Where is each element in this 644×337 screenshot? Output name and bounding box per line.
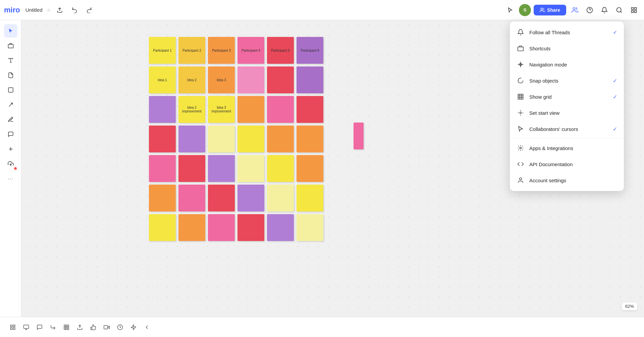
sticky-note[interactable] (267, 96, 294, 123)
collapse-tool[interactable] (141, 321, 153, 333)
menu-item-follow-threads[interactable]: Follow all Threads ✓ (510, 24, 624, 40)
sticky-note[interactable]: Participant 3 (208, 37, 235, 64)
sticky-note[interactable] (237, 66, 264, 93)
sticky-note[interactable] (267, 126, 294, 152)
menu-label-show-grid: Show grid (529, 94, 608, 100)
sticky-note[interactable] (208, 155, 235, 182)
sticky-note[interactable] (178, 126, 205, 152)
partial-sticky (354, 123, 364, 149)
sticky-note[interactable] (208, 214, 235, 241)
sticky-note[interactable] (297, 214, 323, 241)
collaborators-button[interactable] (569, 4, 581, 16)
menu-item-set-start-view[interactable]: Set start view (510, 105, 624, 121)
sticky-note[interactable] (208, 185, 235, 211)
menu-label-snap-objects: Snap objects (529, 78, 608, 84)
menu-item-snap-objects[interactable]: Snap objects ✓ (510, 73, 624, 89)
sticky-note[interactable] (267, 185, 294, 211)
table-tool[interactable] (60, 321, 72, 333)
sticky-note[interactable] (149, 214, 176, 241)
sticky-note[interactable]: Participant 5 (267, 37, 294, 64)
menu-item-api-documentation[interactable]: API Documentation (510, 156, 624, 172)
avatar[interactable]: S (519, 4, 531, 16)
present-tool[interactable] (20, 321, 32, 333)
sticky-note[interactable]: Participant 6 (297, 37, 323, 64)
frames-tool[interactable] (4, 39, 17, 52)
pen-tool[interactable] (4, 113, 17, 126)
svg-rect-35 (518, 94, 523, 99)
menu-item-navigation-mode[interactable]: Navigation mode (510, 56, 624, 73)
sticky-note[interactable]: Participant 4 (237, 37, 264, 64)
sticky-note[interactable] (178, 214, 205, 241)
lightning-tool[interactable] (127, 321, 140, 333)
sticky-note[interactable] (149, 185, 176, 211)
redo-button[interactable] (83, 4, 95, 16)
sticky-note[interactable] (237, 155, 264, 182)
sticky-note[interactable] (267, 66, 294, 93)
svg-rect-19 (24, 325, 29, 329)
export-bottom-tool[interactable] (74, 321, 86, 333)
undo-button[interactable] (68, 4, 80, 16)
upload-tool[interactable] (4, 157, 17, 171)
sticky-note[interactable]: Participant 1 (149, 37, 176, 64)
sticky-note[interactable] (237, 126, 264, 152)
arrow-tool[interactable] (4, 98, 17, 111)
sticky-note[interactable] (267, 155, 294, 182)
share-button[interactable]: Share (534, 5, 566, 15)
zoom-indicator[interactable]: 62% (622, 302, 637, 310)
select-tool[interactable] (4, 24, 17, 38)
text-tool[interactable] (4, 54, 17, 67)
sticky-note[interactable]: Idea 1 (149, 66, 176, 93)
sticky-note[interactable] (149, 96, 176, 123)
svg-rect-22 (64, 325, 69, 330)
menu-item-show-grid[interactable]: Show grid ✓ (510, 89, 624, 105)
menu-item-shortcuts[interactable]: Shortcuts (510, 40, 624, 56)
check-collaborators-cursors: ✓ (613, 126, 617, 132)
sticky-note[interactable]: Participant 2 (178, 37, 205, 64)
sticky-note[interactable] (149, 155, 176, 182)
sticky-note[interactable] (208, 126, 235, 152)
cursor-button[interactable] (504, 4, 516, 16)
sticky-note[interactable] (297, 155, 323, 182)
sticky-note[interactable] (297, 96, 323, 123)
like-tool[interactable] (87, 321, 99, 333)
sticky-note[interactable] (297, 66, 323, 93)
sticky-note[interactable] (178, 185, 205, 211)
menu-item-apps-integrations[interactable]: Apps & Integrations (510, 140, 624, 156)
show-grid-icon (517, 93, 525, 101)
sticky-note[interactable] (267, 214, 294, 241)
share-label: Share (547, 7, 560, 13)
more-tool[interactable]: ··· (4, 172, 17, 185)
menu-item-collaborators-cursors[interactable]: Collaborators' cursors ✓ (510, 121, 624, 137)
help-button[interactable] (584, 4, 596, 16)
sticky-note[interactable] (297, 185, 323, 211)
search-button[interactable] (613, 4, 625, 16)
sticky-note[interactable] (237, 96, 264, 123)
shape-tool[interactable] (4, 83, 17, 97)
star-icon[interactable]: ☆ (47, 7, 51, 13)
sticky-note[interactable] (237, 185, 264, 211)
sticky-note[interactable]: Idea 3 improvement (208, 96, 235, 123)
sticky-tool[interactable] (4, 68, 17, 82)
notifications-button[interactable] (598, 4, 610, 16)
export-button[interactable] (54, 4, 66, 16)
sticky-note[interactable]: Idea 2 (178, 66, 205, 93)
check-follow-threads: ✓ (613, 29, 617, 36)
share-bottom-tool[interactable] (47, 321, 59, 333)
video-tool[interactable] (101, 321, 113, 333)
sticky-note[interactable] (237, 214, 264, 241)
svg-rect-18 (13, 328, 15, 329)
sticky-note[interactable] (149, 126, 176, 152)
sticky-note[interactable]: Idea 3 (208, 66, 235, 93)
sticky-note[interactable] (297, 126, 323, 152)
plus-tool[interactable] (4, 142, 17, 156)
svg-rect-7 (8, 44, 13, 48)
menu-button[interactable] (628, 4, 640, 16)
note-bottom-tool[interactable] (34, 321, 46, 333)
sticky-note[interactable]: Idea 2 improvement (178, 96, 205, 123)
sticky-note[interactable] (178, 155, 205, 182)
timer-tool[interactable] (114, 321, 126, 333)
menu-item-account-settings[interactable]: Account settings (510, 172, 624, 188)
miro-logo: miro (4, 6, 20, 14)
grid-tool[interactable] (7, 321, 19, 333)
comment-tool[interactable] (4, 128, 17, 141)
